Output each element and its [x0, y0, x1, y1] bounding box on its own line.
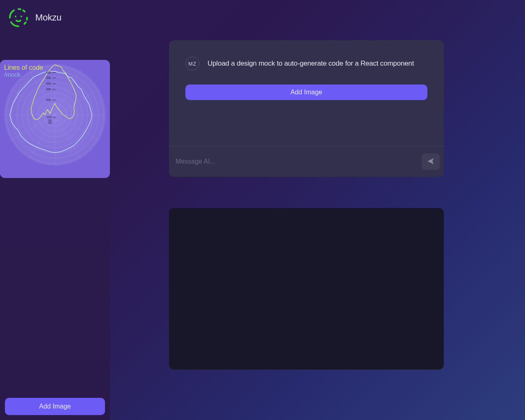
send-button[interactable] — [422, 153, 440, 170]
radial-chart-icon: 600 500 400 300 200 100 90 80 — [2, 62, 107, 167]
svg-text:80: 80 — [48, 121, 52, 124]
avatar: MZ — [185, 57, 199, 71]
preview-panel — [169, 208, 444, 370]
upload-instruction: Upload a design mock to auto-generate co… — [208, 59, 414, 68]
chart-subtitle: /mock — [4, 71, 106, 78]
logo-icon — [8, 7, 29, 28]
chart-title: Lines of code — [4, 64, 106, 71]
add-image-button-sidebar[interactable]: Add Image — [5, 398, 105, 415]
svg-point-1 — [21, 16, 22, 17]
add-image-button[interactable]: Add Image — [185, 84, 427, 100]
send-icon — [427, 157, 435, 167]
svg-text:200: 200 — [46, 98, 51, 101]
upload-panel: MZ Upload a design mock to auto-generate… — [169, 40, 444, 177]
brand-name: Mokzu — [35, 12, 62, 23]
svg-point-0 — [15, 16, 16, 17]
upload-header: MZ Upload a design mock to auto-generate… — [185, 57, 427, 71]
svg-text:400: 400 — [46, 82, 51, 85]
sidebar: Mokzu — [0, 0, 110, 420]
sidebar-header: Mokzu — [0, 0, 110, 35]
main: MZ Upload a design mock to auto-generate… — [110, 0, 525, 420]
input-row — [169, 146, 444, 177]
svg-text:100: 100 — [47, 116, 52, 119]
svg-text:300: 300 — [46, 88, 51, 91]
message-input[interactable] — [176, 153, 418, 170]
lines-of-code-chart[interactable]: 600 500 400 300 200 100 90 80 Lines of c… — [0, 60, 110, 178]
sidebar-footer: Add Image — [0, 393, 110, 420]
